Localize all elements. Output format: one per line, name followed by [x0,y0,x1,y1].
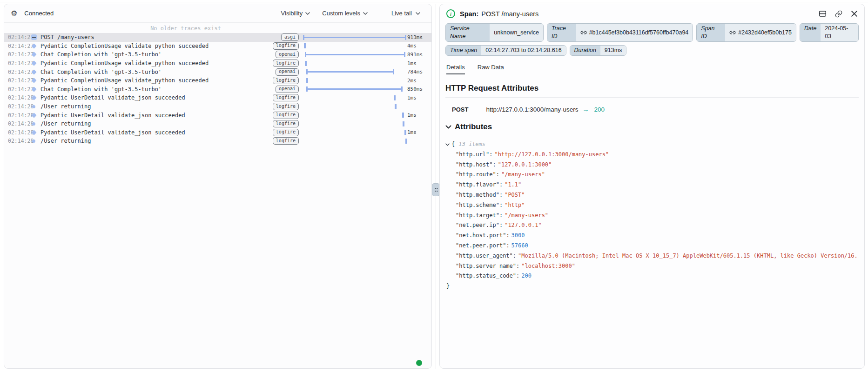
trace-list-controls: Visibility Custom levels Live tail [281,4,431,22]
live-tail-dropdown[interactable]: Live tail [380,4,431,22]
meta-badge: Trace ID#b1c445ef3b0b43116df5760ffb470a9… [547,23,693,42]
json-entry: "http.flavor":"1.1" [445,180,859,190]
trace-row[interactable]: 02:14:28/User returninglogfire [4,120,431,128]
span-kind-icon-cell [31,87,40,91]
json-colon: : [516,263,519,269]
scope-tag: openai [276,86,299,93]
duration-timeline [303,137,407,146]
span-name: Pydantic UserDetail validate_json succee… [40,112,273,119]
json-entry: "http.route":"/many-users" [445,170,859,180]
duration-bar [303,37,406,38]
trace-row[interactable]: 02:14:27Pydantic CompletionUsage validat… [4,42,431,51]
scope-tag-cell: asgi [281,33,299,41]
copy-link-icon[interactable] [834,10,843,18]
visibility-dropdown[interactable]: Visibility [281,10,310,17]
json-key: "http.method" [456,192,499,198]
tab-raw-data[interactable]: Raw Data [478,64,504,74]
trace-row[interactable]: 02:14:28/User returninglogfire [4,102,431,111]
row-timestamp: 02:14:27 [8,69,31,75]
duration-timeline [303,102,407,111]
span-name: Pydantic CompletionUsage validate_python… [40,43,273,49]
scope-tag-cell: openai [276,51,299,58]
row-timestamp: 02:14:27 [8,86,31,93]
no-older-traces-notice: No older traces exist [4,23,367,33]
attributes-json-viewer: { 13 items "http.url":"http://127.0.0.1:… [445,140,859,292]
close-icon[interactable] [851,10,858,17]
scope-tag-cell: logfire [273,112,299,119]
collapse-toggle-icon[interactable] [445,143,450,146]
custom-levels-label: Custom levels [322,10,360,17]
trace-row[interactable]: 02:14:28Pydantic UserDetail validate_jso… [4,111,431,120]
json-value: "localhost:3000" [521,263,575,269]
duration-tick [394,95,396,100]
trace-row[interactable]: 02:14:27Chat Completion with 'gpt-3.5-tu… [4,50,431,59]
tab-details[interactable]: Details [446,64,465,74]
panel-resize-handle[interactable] [432,183,440,196]
trace-list-header: ⚙ Connected Visibility Custom levels Liv… [4,4,431,23]
live-indicator-dot [416,360,422,366]
trace-row[interactable]: 02:14:28Pydantic UserDetail validate_jso… [4,93,431,102]
json-entry: "http.url":"http://127.0.0.1:3000/many-u… [445,150,859,160]
span-kind-icon-cell [31,122,40,126]
json-entry: "http.method":"POST" [445,190,859,200]
link-icon[interactable] [580,29,587,36]
duration-timeline [303,85,407,94]
span-name: Pydantic CompletionUsage validate_python… [40,60,273,66]
duration-timeline [303,76,407,85]
attributes-section-heading: Attributes [445,122,859,132]
badge-value-text: 2024-05-03 [825,25,854,40]
badge-label: Time span [446,46,481,55]
json-colon: : [499,181,503,188]
dock-panel-icon[interactable] [819,10,827,18]
chevron-down-icon[interactable] [445,125,451,129]
scope-tag-cell: logfire [273,94,299,101]
drag-dots-icon [434,186,438,193]
span-name: Pydantic CompletionUsage validate_python… [40,77,273,84]
json-colon: : [516,272,519,279]
trace-row[interactable]: 02:14:27Chat Completion with 'gpt-3.5-tu… [4,67,431,76]
duration-timeline [303,120,407,128]
scope-tag-cell: logfire [273,120,299,127]
duration-timeline [303,93,407,102]
diamond-icon [31,130,36,135]
trace-row[interactable]: 02:14:27POST /many-usersasgi913ms [4,33,431,42]
link-icon[interactable] [729,29,736,36]
connection-status: Connected [24,10,54,17]
json-entry: "net.peer.ip":"127.0.0.1" [445,220,859,231]
minus-square-icon[interactable] [31,34,37,40]
span-kind-icon-cell [31,113,40,117]
trace-row[interactable]: 02:14:28/User returninglogfire [4,137,431,146]
trace-row[interactable]: 02:14:28Pydantic UserDetail validate_jso… [4,128,431,137]
visibility-label: Visibility [281,10,303,17]
duration-tick [306,78,308,83]
custom-levels-dropdown[interactable]: Custom levels [322,10,368,17]
json-key: "http.scheme" [456,202,499,208]
trace-row[interactable]: 02:14:27Pydantic CompletionUsage validat… [4,76,431,85]
duration-tick [404,130,406,135]
gear-icon[interactable]: ⚙ [11,10,17,17]
row-timestamp: 02:14:27 [8,43,31,49]
badge-label: Trace ID [547,24,576,41]
scope-tag: openai [276,68,299,76]
span-detail-header: i Span: POST /many-users [445,4,859,22]
json-entry: "http.host":"127.0.0.1:3000" [445,160,859,170]
row-duration-label: 1ms [407,129,429,135]
json-key: "http.url" [456,151,489,158]
duration-tick [304,43,306,48]
scope-tag-cell: logfire [273,103,299,110]
trace-row[interactable]: 02:14:27Chat Completion with 'gpt-3.5-tu… [4,85,431,94]
trace-row[interactable]: 02:14:27Pydantic CompletionUsage validat… [4,59,431,68]
json-colon: : [499,202,503,208]
json-colon: : [499,192,503,198]
json-value: "http" [505,202,525,208]
top-divider [0,2,868,2]
scope-tag-cell: logfire [273,129,299,136]
json-key: "http.flavor" [456,181,499,188]
chevron-down-icon [416,12,420,15]
scope-tag: logfire [273,112,299,119]
span-title: POST /many-users [481,10,538,18]
scope-tag-cell: openai [276,68,299,76]
scope-tag-cell: logfire [273,42,299,50]
circle-icon [32,122,35,126]
scope-tag: logfire [273,129,299,136]
